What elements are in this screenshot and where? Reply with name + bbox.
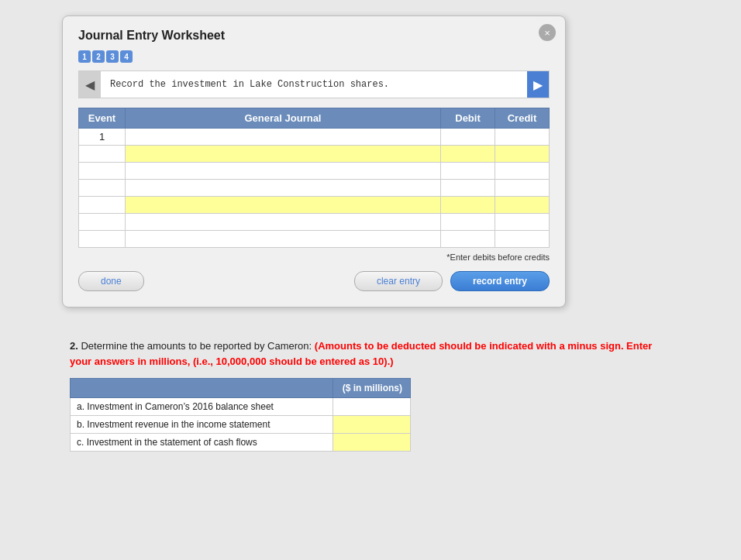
general-journal-input[interactable]: [129, 129, 437, 145]
amount-row-c: c. Investment in the statement of cash f…: [71, 434, 411, 452]
general-journal-cell[interactable]: [126, 146, 441, 163]
amount-input-b[interactable]: [333, 416, 410, 433]
credit-cell[interactable]: [495, 231, 550, 248]
general-journal-input[interactable]: [129, 163, 437, 179]
event-cell: [79, 231, 126, 248]
section2-label: Determine the amounts to be reported by …: [81, 340, 312, 352]
amount-value-a[interactable]: [333, 398, 411, 416]
debit-input[interactable]: [444, 146, 491, 162]
table-row: [79, 214, 550, 231]
amount-label-c: c. Investment in the statement of cash f…: [71, 434, 333, 452]
amount-table-header-label: [71, 379, 333, 398]
step-3-badge[interactable]: 3: [106, 50, 119, 63]
instruction-text: Record the investment in Lake Constructi…: [101, 71, 527, 98]
debit-input[interactable]: [444, 129, 491, 145]
steps-indicator: 1 2 3 4: [78, 50, 550, 63]
event-cell: [79, 146, 126, 163]
credit-cell[interactable]: [495, 146, 550, 163]
instruction-area: ◀ Record the investment in Lake Construc…: [78, 70, 550, 98]
event-cell: [79, 163, 126, 180]
general-journal-input[interactable]: [129, 232, 437, 247]
amount-row-b: b. Investment revenue in the income stat…: [71, 416, 411, 434]
general-journal-input[interactable]: [129, 215, 437, 230]
credit-cell[interactable]: [495, 129, 550, 146]
table-row: 1: [79, 129, 550, 146]
amount-table: ($ in millions) a. Investment in Cameron…: [70, 378, 411, 452]
table-row: [79, 163, 550, 180]
section-number: 2.: [70, 340, 78, 352]
modal-title: Journal Entry Worksheet: [78, 29, 550, 43]
nav-left-button[interactable]: ◀: [79, 71, 101, 98]
debit-cell[interactable]: [441, 197, 495, 214]
debit-input[interactable]: [444, 180, 491, 196]
general-journal-cell[interactable]: [126, 180, 441, 197]
debit-input[interactable]: [444, 232, 491, 247]
credit-cell[interactable]: [495, 214, 550, 231]
close-button[interactable]: ×: [539, 24, 556, 41]
debit-input[interactable]: [444, 198, 491, 213]
table-row: [79, 231, 550, 248]
debits-note: *Enter debits before credits: [78, 253, 550, 262]
section2-title: 2. Determine the amounts to be reported …: [70, 338, 671, 369]
credit-cell[interactable]: [495, 163, 550, 180]
credit-input[interactable]: [498, 180, 546, 196]
button-center-group: clear entry record entry: [354, 271, 550, 291]
amount-value-c[interactable]: [333, 434, 411, 452]
general-journal-input[interactable]: [129, 146, 437, 162]
journal-entry-modal: Journal Entry Worksheet × 1 2 3 4 ◀ Reco…: [62, 15, 566, 307]
amount-label-b: b. Investment revenue in the income stat…: [71, 416, 333, 434]
general-journal-cell[interactable]: [126, 231, 441, 248]
debit-cell[interactable]: [441, 214, 495, 231]
event-cell: [79, 214, 126, 231]
general-journal-cell[interactable]: [126, 129, 441, 146]
header-event: Event: [79, 108, 126, 129]
amount-label-a: a. Investment in Cameron’s 2016 balance …: [71, 398, 333, 416]
debit-cell[interactable]: [441, 163, 495, 180]
step-1-badge[interactable]: 1: [78, 50, 91, 63]
debit-cell[interactable]: [441, 146, 495, 163]
section2: 2. Determine the amounts to be reported …: [62, 338, 679, 452]
credit-input[interactable]: [498, 163, 546, 179]
general-journal-cell[interactable]: [126, 163, 441, 180]
credit-input[interactable]: [498, 146, 546, 162]
debit-input[interactable]: [444, 163, 491, 179]
table-row: [79, 180, 550, 197]
amount-value-b[interactable]: [333, 416, 411, 434]
table-row: [79, 146, 550, 163]
debit-cell[interactable]: [441, 129, 495, 146]
page-wrapper: Journal Entry Worksheet × 1 2 3 4 ◀ Reco…: [0, 0, 741, 560]
event-cell: [79, 180, 126, 197]
header-credit: Credit: [495, 108, 550, 129]
debit-cell[interactable]: [441, 180, 495, 197]
step-2-badge[interactable]: 2: [92, 50, 105, 63]
credit-input[interactable]: [498, 232, 546, 247]
amount-input-a[interactable]: [333, 398, 410, 415]
credit-cell[interactable]: [495, 180, 550, 197]
header-debit: Debit: [441, 108, 495, 129]
general-journal-cell[interactable]: [126, 214, 441, 231]
credit-input[interactable]: [498, 215, 546, 230]
header-general-journal: General Journal: [126, 108, 441, 129]
debit-input[interactable]: [444, 215, 491, 230]
general-journal-input[interactable]: [129, 180, 437, 196]
amount-row-a: a. Investment in Cameron’s 2016 balance …: [71, 398, 411, 416]
credit-input[interactable]: [498, 198, 546, 213]
event-cell: 1: [79, 129, 126, 146]
journal-table: Event General Journal Debit Credit 1: [78, 108, 550, 248]
step-4-badge[interactable]: 4: [120, 50, 133, 63]
amount-table-header-value: ($ in millions): [333, 379, 411, 398]
done-button[interactable]: done: [78, 271, 144, 291]
clear-entry-button[interactable]: clear entry: [354, 271, 443, 291]
general-journal-input[interactable]: [129, 198, 437, 213]
credit-input[interactable]: [498, 129, 546, 145]
debit-cell[interactable]: [441, 231, 495, 248]
amount-input-c[interactable]: [333, 434, 410, 451]
record-entry-button[interactable]: record entry: [450, 271, 550, 291]
modal-buttons: done clear entry record entry: [78, 271, 550, 291]
general-journal-cell[interactable]: [126, 197, 441, 214]
credit-cell[interactable]: [495, 197, 550, 214]
event-cell: [79, 197, 126, 214]
nav-right-button[interactable]: ▶: [527, 71, 549, 98]
table-row: [79, 197, 550, 214]
